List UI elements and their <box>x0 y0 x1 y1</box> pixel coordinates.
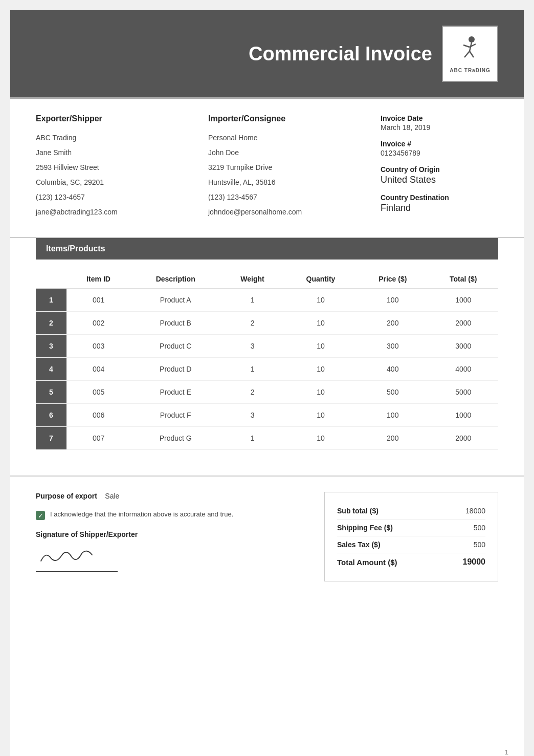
importer-email: johndoe@personalhome.com <box>208 207 365 218</box>
table-row: 5 005 Product E 2 10 500 5000 <box>36 381 498 404</box>
logo-icon <box>456 35 484 66</box>
row-num: 7 <box>36 427 66 450</box>
row-qty: 10 <box>284 404 357 427</box>
importer-name: John Doe <box>208 147 365 158</box>
row-qty: 10 <box>284 358 357 381</box>
exporter-name: Jane Smith <box>36 147 193 158</box>
importer-address2: Huntsville, AL, 35816 <box>208 177 365 188</box>
row-total: 4000 <box>429 358 498 381</box>
meta-col: Invoice Date March 18, 2019 Invoice # 01… <box>381 114 498 222</box>
exporter-address1: 2593 Hillview Street <box>36 162 193 173</box>
row-num: 2 <box>36 312 66 335</box>
invoice-date-label: Invoice Date <box>381 114 498 122</box>
row-price: 100 <box>357 404 429 427</box>
row-price: 200 <box>357 312 429 335</box>
row-id: 003 <box>66 335 130 358</box>
col-price: Price ($) <box>357 270 429 289</box>
total-row: Total Amount ($) 19000 <box>337 553 485 571</box>
acknowledge-line: ✓ I acknowledge that the information abo… <box>36 510 304 520</box>
row-desc: Product E <box>130 381 220 404</box>
shipping-value: 500 <box>474 524 485 532</box>
exporter-header: Exporter/Shipper <box>36 114 193 123</box>
acknowledge-text: I acknowledge that the information above… <box>50 510 233 518</box>
row-total: 1000 <box>429 289 498 312</box>
svg-line-4 <box>464 51 470 57</box>
row-desc: Product C <box>130 335 220 358</box>
importer-col: Importer/Consignee Personal Home John Do… <box>208 114 365 222</box>
subtotal-value: 18000 <box>465 507 485 515</box>
row-weight: 2 <box>220 312 284 335</box>
origin-value: United States <box>381 175 498 185</box>
origin-label: Country of Origin <box>381 165 498 174</box>
invoice-date-value: March 18, 2019 <box>381 123 498 132</box>
row-id: 005 <box>66 381 130 404</box>
signature-area <box>36 546 118 572</box>
row-weight: 1 <box>220 358 284 381</box>
exporter-email: jane@abctrading123.com <box>36 207 193 218</box>
row-id: 007 <box>66 427 130 450</box>
row-price: 100 <box>357 289 429 312</box>
total-label: Total Amount ($) <box>337 558 397 567</box>
invoice-num-label: Invoice # <box>381 140 498 148</box>
importer-address1: 3219 Turnpike Drive <box>208 162 365 173</box>
destination-label: Country Destination <box>381 193 498 202</box>
row-id: 001 <box>66 289 130 312</box>
footer-left: Purpose of export Sale ✓ I acknowledge t… <box>36 492 304 581</box>
exporter-col: Exporter/Shipper ABC Trading Jane Smith … <box>36 114 193 222</box>
row-desc: Product B <box>130 312 220 335</box>
row-num: 3 <box>36 335 66 358</box>
exporter-company: ABC Trading <box>36 133 193 143</box>
col-description: Description <box>130 270 220 289</box>
row-weight: 2 <box>220 381 284 404</box>
logo-box: ABC TRaDING <box>442 26 498 82</box>
row-price: 200 <box>357 427 429 450</box>
acknowledge-checkbox[interactable]: ✓ <box>36 511 45 520</box>
table-header-row: Item ID Description Weight Quantity Pric… <box>36 270 498 289</box>
table-row: 4 004 Product D 1 10 400 4000 <box>36 358 498 381</box>
logo-text: ABC TRaDING <box>450 68 490 73</box>
items-table: Item ID Description Weight Quantity Pric… <box>36 270 498 450</box>
row-desc: Product G <box>130 427 220 450</box>
subtotal-label: Sub total ($) <box>337 507 379 515</box>
shipping-row: Shipping Fee ($) 500 <box>337 520 485 536</box>
row-total: 5000 <box>429 381 498 404</box>
importer-company: Personal Home <box>208 133 365 143</box>
row-num: 5 <box>36 381 66 404</box>
checkbox-check-icon: ✓ <box>38 512 43 520</box>
col-total: Total ($) <box>429 270 498 289</box>
table-row: 3 003 Product C 3 10 300 3000 <box>36 335 498 358</box>
page-title: Commercial Invoice <box>239 43 442 65</box>
col-num <box>36 270 66 289</box>
purpose-value: Sale <box>105 492 119 500</box>
row-total: 1000 <box>429 404 498 427</box>
destination-value: Finland <box>381 203 498 213</box>
row-weight: 1 <box>220 427 284 450</box>
row-qty: 10 <box>284 381 357 404</box>
tax-value: 500 <box>474 541 485 549</box>
total-value: 19000 <box>463 557 486 567</box>
exporter-phone: (123) 123-4657 <box>36 192 193 203</box>
col-item-id: Item ID <box>66 270 130 289</box>
row-weight: 3 <box>220 404 284 427</box>
row-price: 300 <box>357 335 429 358</box>
svg-line-5 <box>470 51 474 57</box>
row-desc: Product A <box>130 289 220 312</box>
svg-point-0 <box>469 36 475 42</box>
row-num: 6 <box>36 404 66 427</box>
row-desc: Product F <box>130 404 220 427</box>
table-row: 2 002 Product B 2 10 200 2000 <box>36 312 498 335</box>
row-id: 004 <box>66 358 130 381</box>
row-weight: 3 <box>220 335 284 358</box>
table-row: 6 006 Product F 3 10 100 1000 <box>36 404 498 427</box>
purpose-line: Purpose of export Sale <box>36 492 304 500</box>
tax-row: Sales Tax ($) 500 <box>337 536 485 553</box>
table-row: 1 001 Product A 1 10 100 1000 <box>36 289 498 312</box>
row-desc: Product D <box>130 358 220 381</box>
signature-label: Signature of Shipper/Exporter <box>36 530 304 538</box>
shipping-label: Shipping Fee ($) <box>337 524 393 532</box>
row-qty: 10 <box>284 335 357 358</box>
row-price: 400 <box>357 358 429 381</box>
info-section: Exporter/Shipper ABC Trading Jane Smith … <box>10 99 524 238</box>
page-number: 1 <box>505 748 508 756</box>
row-qty: 10 <box>284 289 357 312</box>
